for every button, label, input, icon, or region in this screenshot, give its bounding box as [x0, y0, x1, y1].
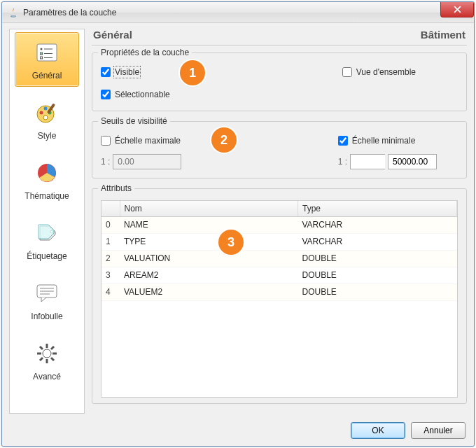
visible-checkbox-field[interactable]: Visible [101, 67, 139, 77]
table-row[interactable]: 1TYPEVARCHAR [102, 233, 457, 250]
attributes-table: Nom Type 0NAMEVARCHAR1TYPEVARCHAR2VALUAT… [102, 201, 457, 301]
cell-type: VARCHAR [298, 216, 456, 233]
cell-index: 4 [102, 284, 120, 300]
visible-label: Visible [115, 67, 139, 77]
svg-line-25 [51, 358, 54, 360]
sidebar-item-label: Infobulle [31, 312, 62, 321]
max-scale-prefix: 1 : [101, 157, 110, 167]
selectable-checkbox-field[interactable]: Sélectionnable [101, 90, 170, 99]
svg-line-27 [40, 358, 43, 360]
sidebar-item-label: Général [32, 71, 62, 80]
min-scale-label: Échelle minimale [352, 136, 416, 146]
titlebar: Paramètres de la couche [2, 2, 474, 23]
min-scale-input-right[interactable] [388, 154, 437, 169]
gear-icon [30, 338, 64, 369]
theme-icon [30, 158, 64, 188]
content-panel: Général Bâtiment Propriétés de la couche… [92, 29, 467, 414]
group-visibility-thresholds: Seuils de visibilité Échelle maximale 1 … [92, 121, 467, 178]
group-attributes: Attributs Nom Type 0NAMEVARCHAR1TYPEVARC… [92, 188, 467, 404]
tooltip-icon [30, 278, 64, 309]
dialog-footer: OK Annuler [2, 416, 474, 446]
sidebar-item-label: Style [38, 131, 57, 141]
group-title: Propriétés de la couche [98, 48, 192, 57]
sidebar-item-label: Avancé [33, 372, 61, 382]
col-type[interactable]: Type [298, 201, 456, 216]
cancel-button[interactable]: Annuler [411, 422, 465, 439]
cell-name: VALUATION [120, 250, 298, 267]
selectable-label: Sélectionnable [115, 90, 170, 99]
sidebar-item-label-tab[interactable]: Étiquetage [15, 213, 79, 267]
sidebar: Général Style Thématique [9, 29, 85, 414]
cell-type: DOUBLE [298, 267, 456, 284]
sidebar-item-label: Thématique [24, 191, 69, 201]
min-scale-prefix: 1 : [338, 157, 347, 167]
sidebar-item-style[interactable]: Style [15, 92, 79, 147]
min-scale-row: 1 : [338, 154, 437, 169]
cell-index: 2 [102, 250, 120, 267]
svg-line-26 [51, 346, 54, 349]
general-icon [30, 37, 64, 68]
cell-type: DOUBLE [298, 284, 456, 300]
cell-name: AREAM2 [120, 267, 298, 284]
cell-index: 1 [102, 233, 120, 250]
section-title: Général [93, 29, 132, 41]
max-scale-input [113, 154, 181, 169]
main-area: Général Style Thématique [2, 23, 474, 416]
min-scale-input-left[interactable] [350, 154, 385, 169]
java-icon [8, 7, 19, 18]
table-row[interactable]: 2VALUATIONDOUBLE [102, 250, 457, 267]
badge-2: 2 [211, 127, 237, 153]
badge-1: 1 [180, 60, 205, 85]
max-scale-label: Échelle maximale [115, 136, 181, 146]
max-scale-checkbox[interactable] [101, 136, 111, 146]
svg-point-9 [44, 107, 48, 111]
svg-point-19 [43, 349, 51, 358]
sidebar-item-advanced[interactable]: Avancé [15, 333, 79, 388]
close-button[interactable] [440, 2, 474, 18]
svg-point-8 [40, 111, 43, 115]
min-scale-checkbox[interactable] [338, 136, 348, 146]
table-row[interactable]: 3AREAM2DOUBLE [102, 267, 457, 284]
attributes-table-wrap[interactable]: Nom Type 0NAMEVARCHAR1TYPEVARCHAR2VALUAT… [101, 200, 458, 398]
cell-index: 3 [102, 267, 120, 284]
overview-checkbox-field[interactable]: Vue d'ensemble [342, 67, 416, 77]
cell-index: 0 [102, 216, 120, 233]
overview-checkbox[interactable] [342, 67, 352, 77]
layer-name: Bâtiment [421, 29, 465, 41]
sidebar-item-general[interactable]: Général [15, 32, 79, 87]
close-icon [454, 6, 461, 13]
max-scale-checkbox-field[interactable]: Échelle maximale [101, 136, 181, 146]
selectable-checkbox[interactable] [101, 90, 111, 99]
label-icon [30, 218, 64, 248]
table-row[interactable]: 0NAMEVARCHAR [102, 216, 457, 233]
col-name[interactable]: Nom [120, 201, 298, 216]
cell-type: VARCHAR [298, 233, 456, 250]
sidebar-item-theme[interactable]: Thématique [15, 153, 79, 207]
window-title: Paramètres de la couche [23, 8, 116, 18]
max-scale-row: 1 : [101, 154, 181, 169]
badge-3: 3 [218, 230, 244, 255]
min-scale-checkbox-field[interactable]: Échelle minimale [338, 136, 437, 146]
cell-name: TYPE [120, 233, 298, 250]
col-index[interactable] [102, 201, 120, 216]
cell-name: NAME [120, 216, 298, 233]
dialog-body: Général Style Thématique [2, 23, 474, 446]
cell-type: DOUBLE [298, 250, 456, 267]
svg-point-1 [41, 48, 43, 50]
sidebar-item-label: Étiquetage [27, 251, 66, 261]
table-row[interactable]: 4VALUEM2DOUBLE [102, 284, 457, 300]
style-icon [30, 97, 64, 128]
svg-line-24 [40, 346, 43, 349]
sidebar-item-tooltip[interactable]: Infobulle [15, 273, 79, 328]
group-title: Attributs [98, 183, 134, 193]
group-layer-properties: Propriétés de la couche Visible Vue d'en… [92, 52, 467, 111]
dialog-window: Paramètres de la couche Général Style [1, 1, 475, 447]
group-title: Seuils de visibilité [98, 116, 170, 126]
content-header: Général Bâtiment [92, 29, 467, 46]
svg-point-11 [43, 115, 48, 120]
ok-button[interactable]: OK [351, 422, 405, 439]
cell-name: VALUEM2 [120, 284, 298, 300]
overview-label: Vue d'ensemble [356, 67, 416, 77]
visible-checkbox[interactable] [101, 67, 111, 77]
